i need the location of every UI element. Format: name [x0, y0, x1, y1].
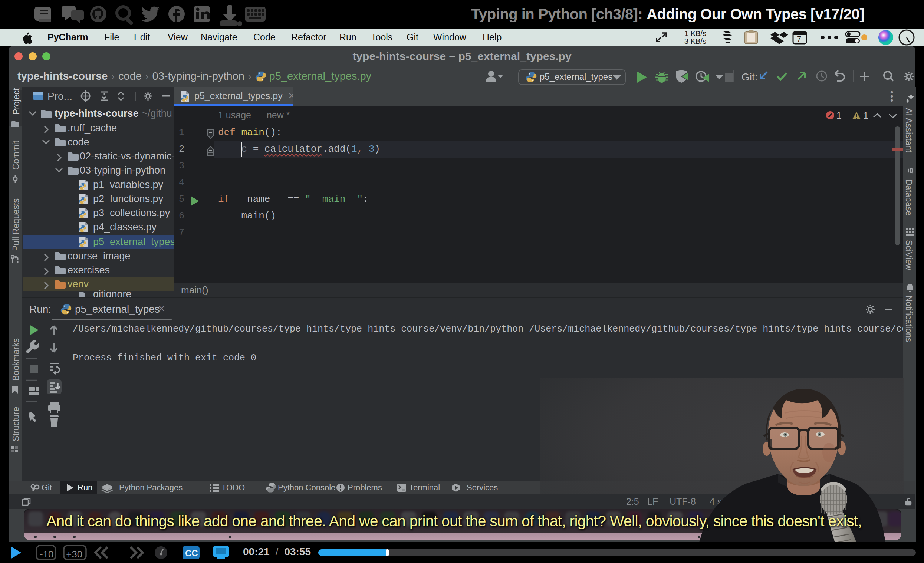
- svg-text:~/githu: ~/githu: [142, 108, 172, 119]
- svg-text:02-static-vs-dynamic-: 02-static-vs-dynamic-: [80, 151, 174, 162]
- svg-text:7: 7: [797, 34, 801, 44]
- svg-text:p4_classes.py: p4_classes.py: [93, 222, 157, 232]
- svg-text:1: 1: [863, 110, 868, 121]
- svg-text:venv: venv: [68, 279, 89, 290]
- svg-text:p2_functions.py: p2_functions.py: [93, 193, 164, 204]
- svg-text:p3_collections.py: p3_collections.py: [93, 207, 170, 219]
- svg-text:code: code: [68, 136, 89, 148]
- svg-text:exercises: exercises: [68, 264, 110, 276]
- svg-text:Pro...: Pro...: [48, 90, 72, 102]
- svg-text:CC: CC: [185, 548, 198, 558]
- svg-text:1 KB/s: 1 KB/s: [684, 29, 706, 37]
- svg-text:course_image: course_image: [68, 250, 130, 262]
- svg-text:Git:: Git:: [741, 71, 758, 83]
- svg-text:.ruff_cache: .ruff_cache: [68, 123, 117, 133]
- svg-text:+30: +30: [66, 548, 82, 560]
- svg-text:1: 1: [837, 110, 842, 121]
- svg-text:p5_external_types.: p5_external_types.: [93, 236, 174, 247]
- svg-text:3 KB/s: 3 KB/s: [684, 37, 706, 45]
- svg-text:-10: -10: [40, 548, 54, 560]
- svg-text:type-hints-course: type-hints-course: [54, 108, 139, 119]
- svg-text:p1_variables.py: p1_variables.py: [93, 179, 164, 190]
- svg-text:p5_external_types: p5_external_types: [540, 72, 612, 82]
- svg-text:03-typing-in-python: 03-typing-in-python: [80, 165, 165, 176]
- svg-text:gitignore: gitignore: [93, 289, 132, 298]
